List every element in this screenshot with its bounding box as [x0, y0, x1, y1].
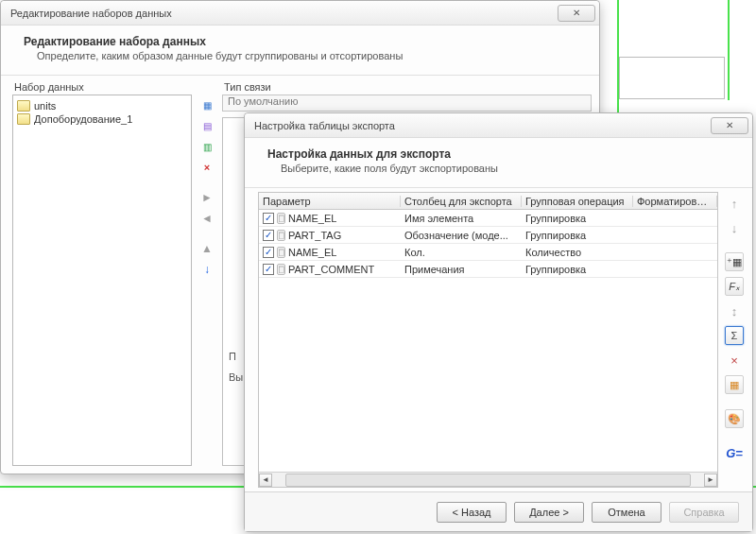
grid-row[interactable]: ✓ ⎕ NAME_EL Имя элемента Группировка — [259, 210, 717, 227]
window-title: Настройка таблицы экспорта — [254, 120, 711, 131]
dataset-item[interactable]: Допоборудование_1 — [15, 112, 189, 126]
dataset-item-label: units — [34, 100, 56, 112]
grid-icon[interactable]: ▦ — [198, 96, 215, 113]
move-up-icon[interactable]: ↑ — [725, 194, 744, 213]
scroll-track[interactable] — [285, 474, 691, 487]
subheading: Определите, каким образом данные будут с… — [24, 48, 576, 61]
field-type-icon: ⎕ — [277, 213, 285, 224]
col-param[interactable]: Параметр — [259, 196, 401, 207]
grid-header: Параметр Столбец для экспорта Групповая … — [259, 193, 717, 210]
horizontal-scrollbar[interactable]: ◄ ► — [259, 472, 717, 487]
group-op: Группировка — [522, 230, 633, 241]
titlebar[interactable]: Настройка таблицы экспорта ✕ — [245, 113, 752, 138]
checkbox-icon[interactable]: ✓ — [263, 230, 274, 241]
dataset-tree[interactable]: units Допоборудование_1 — [12, 95, 192, 466]
move-up-icon[interactable]: ▲ — [198, 240, 215, 257]
plus-field-icon: ⁺▦ — [727, 256, 742, 268]
add-field-button[interactable]: ⁺▦ — [725, 252, 744, 271]
param-name: PART_COMMENT — [288, 264, 374, 275]
help-button[interactable]: Справка — [669, 502, 739, 523]
gequal-icon[interactable]: G= — [725, 443, 744, 462]
column-icon[interactable]: ▥ — [198, 138, 215, 155]
heading: Редактирование набора данных — [24, 35, 576, 48]
group-op: Количество — [522, 247, 633, 258]
calendar-icon: ▦ — [730, 379, 739, 391]
export-col: Имя элемента — [401, 213, 522, 224]
sort-icon[interactable]: ↕ — [725, 301, 744, 320]
col-format[interactable]: Форматирование резу — [633, 196, 717, 207]
dataset-item-label: Допоборудование_1 — [34, 113, 132, 125]
dataset-icon — [17, 113, 30, 125]
export-col: Кол. — [401, 247, 522, 258]
fx-button[interactable]: Fₓ — [725, 277, 744, 296]
param-name: PART_TAG — [288, 230, 341, 241]
palette-icon: 🎨 — [728, 413, 741, 425]
cancel-button[interactable]: Отмена — [592, 502, 662, 523]
wizard-footer: < Назад Далее > Отмена Справка — [245, 491, 752, 531]
field-type-icon: ⎕ — [277, 230, 285, 241]
dataset-icon — [17, 100, 30, 112]
sigma-icon: Σ — [731, 330, 738, 341]
calendar-button[interactable]: ▦ — [725, 375, 744, 394]
param-name: NAME_EL — [288, 213, 336, 224]
export-col: Примечания — [401, 264, 522, 275]
heading: Настройка данных для экспорта — [267, 147, 730, 161]
field-type-icon: ⎕ — [277, 247, 285, 258]
back-button[interactable]: < Назад — [437, 502, 507, 523]
scroll-right-icon[interactable]: ► — [704, 474, 717, 487]
group-op: Группировка — [522, 213, 633, 224]
titlebar[interactable]: Редактирование наборов данных ✕ — [1, 1, 599, 26]
row-icon[interactable]: ▤ — [198, 117, 215, 134]
checkbox-icon[interactable]: ✓ — [263, 247, 274, 258]
col-group[interactable]: Групповая операция — [522, 196, 633, 207]
window-title: Редактирование наборов данных — [10, 8, 558, 19]
fx-icon: Fₓ — [729, 281, 740, 293]
field-type-icon: ⎕ — [277, 264, 285, 275]
relation-input[interactable]: По умолчанию — [222, 95, 592, 112]
remove-icon[interactable]: × — [725, 351, 744, 370]
grid-side-toolbar: ↑ ↓ ⁺▦ Fₓ ↕ Σ × ▦ 🎨 G= — [724, 192, 745, 488]
relation-label: Тип связи — [224, 81, 592, 93]
heading-block: Настройка данных для экспорта Выберите, … — [245, 138, 752, 188]
grid-row[interactable]: ✓ ⎕ NAME_EL Кол. Количество — [259, 244, 717, 261]
close-button[interactable]: ✕ — [711, 117, 748, 134]
close-icon: ✕ — [573, 8, 580, 18]
fields-grid[interactable]: Параметр Столбец для экспорта Групповая … — [258, 192, 718, 488]
scroll-left-icon[interactable]: ◄ — [259, 474, 272, 487]
next-button[interactable]: Далее > — [514, 502, 584, 523]
grid-body: ✓ ⎕ NAME_EL Имя элемента Группировка ✓ ⎕… — [259, 210, 717, 472]
group-op: Группировка — [522, 264, 633, 275]
dataset-label: Набор данных — [14, 81, 192, 93]
checkbox-icon[interactable]: ✓ — [263, 213, 274, 224]
move-right-icon[interactable]: ► — [198, 189, 215, 206]
heading-block: Редактирование набора данных Определите,… — [1, 26, 599, 76]
palette-button[interactable]: 🎨 — [725, 409, 744, 428]
window-export-settings: Настройка таблицы экспорта ✕ Настройка д… — [244, 112, 753, 532]
sigma-button[interactable]: Σ — [725, 326, 744, 345]
delete-icon[interactable]: × — [198, 159, 215, 176]
export-col: Обозначение (моде... — [401, 230, 522, 241]
col-export[interactable]: Столбец для экспорта — [401, 196, 522, 207]
grid-row[interactable]: ✓ ⎕ PART_COMMENT Примечания Группировка — [259, 261, 717, 278]
move-down-icon[interactable]: ↓ — [198, 261, 215, 278]
close-button[interactable]: ✕ — [558, 5, 595, 22]
dataset-toolbar: ▦ ▤ ▥ × ► ◄ ▲ ↓ — [198, 81, 216, 466]
checkbox-icon[interactable]: ✓ — [263, 264, 274, 275]
subheading: Выберите, какие поля будут экспортирован… — [267, 161, 730, 174]
grid-row[interactable]: ✓ ⎕ PART_TAG Обозначение (моде... Группи… — [259, 227, 717, 244]
close-icon: ✕ — [726, 120, 733, 130]
move-down-icon[interactable]: ↓ — [725, 218, 744, 237]
move-left-icon[interactable]: ◄ — [198, 210, 215, 227]
dataset-item[interactable]: units — [15, 99, 189, 112]
param-name: NAME_EL — [288, 247, 336, 258]
dataset-panel: Набор данных units Допоборудование_1 — [12, 81, 192, 466]
